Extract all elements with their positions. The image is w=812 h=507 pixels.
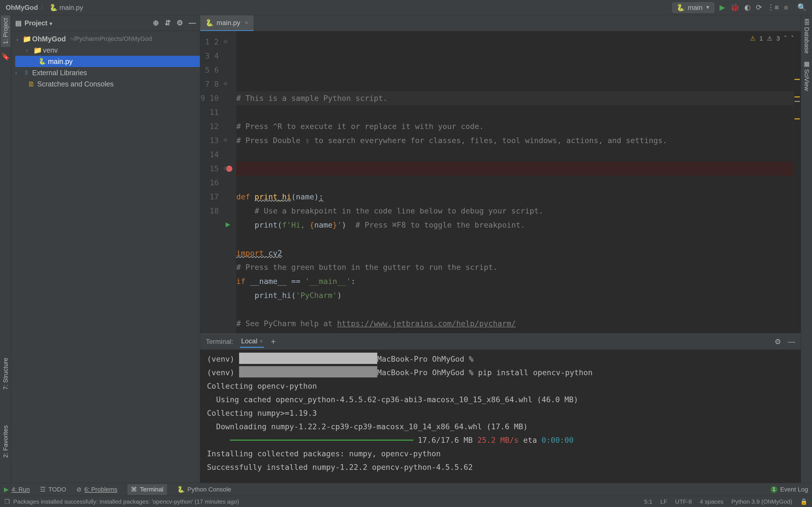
stop-button[interactable]: ■ xyxy=(784,3,788,12)
breadcrumb-file[interactable]: 🐍 main.py xyxy=(49,4,83,11)
right-tool-strip: 🗄Database ▦SciView xyxy=(801,15,812,483)
run-icon: ▶ xyxy=(4,486,9,493)
fold-icon[interactable]: ⊖ xyxy=(223,137,227,143)
fold-icon[interactable]: ⊖ xyxy=(223,165,227,171)
todo-tool-tab[interactable]: ☲TODO xyxy=(40,486,66,493)
weak-warning-count: 3 xyxy=(776,35,780,42)
python-icon: 🐍 xyxy=(177,486,185,493)
terminal-tab-label: Local xyxy=(241,337,257,345)
interpreter[interactable]: Python 3.9 (OhMyGod) xyxy=(731,498,792,505)
database-icon: 🗄 xyxy=(803,19,810,25)
run-button[interactable]: ▶ xyxy=(719,3,725,12)
breadcrumb-sep-icon: 〉 xyxy=(40,3,47,12)
indent-info[interactable]: 4 spaces xyxy=(700,498,723,505)
python-file-icon: 🐍 xyxy=(205,19,214,27)
tab-label: TODO xyxy=(49,486,66,493)
tree-scratches[interactable]: 🗎 Scratches and Consoles xyxy=(15,78,200,90)
python-file-icon: 🐍 xyxy=(38,58,46,65)
weak-warning-icon: ⚠ xyxy=(767,35,772,42)
close-icon[interactable]: × xyxy=(260,338,263,344)
tree-item-label: Scratches and Consoles xyxy=(37,80,114,88)
close-tab-icon[interactable]: × xyxy=(245,19,248,26)
tab-label: Terminal xyxy=(140,486,163,493)
tree-item-label: External Libraries xyxy=(32,69,87,77)
sciview-label: SciView xyxy=(803,69,810,91)
project-tool-window: ▤ Project ⊕ ⇵ ⚙ — ⌄ 📁 OhMyGod ~/PycharmP… xyxy=(11,15,200,483)
breadcrumb-project[interactable]: OhMyGod xyxy=(6,4,38,11)
hide-button[interactable]: — xyxy=(788,337,795,346)
favorites-tool-tab[interactable]: 2: Favorites xyxy=(1,422,10,460)
database-tool-tab[interactable]: 🗄Database xyxy=(802,16,811,56)
coverage-button[interactable]: ◐ xyxy=(744,3,751,12)
left-tool-strip: 1: Project 🔖 xyxy=(0,15,11,483)
debug-button[interactable]: 🐞 xyxy=(730,3,739,12)
breadcrumb[interactable]: OhMyGod 〉 🐍 main.py xyxy=(6,3,83,12)
sciview-icon: ▦ xyxy=(803,60,810,67)
terminal-tool-tab[interactable]: ⌘Terminal xyxy=(128,484,167,495)
more-run-button[interactable]: ⋮≡ xyxy=(767,3,779,12)
encoding[interactable]: UTF-8 xyxy=(675,498,692,505)
bottom-tool-tabs: ▶4: Run ☲TODO ⊘6: Problems ⌘Terminal 🐍Py… xyxy=(0,483,812,496)
library-icon: ⫴ xyxy=(22,68,30,77)
fold-icon[interactable]: ⊖ xyxy=(223,38,227,45)
chevron-right-icon: › xyxy=(26,47,31,53)
problems-icon: ⊘ xyxy=(77,486,82,493)
hide-button[interactable]: — xyxy=(189,18,196,27)
tree-venv[interactable]: › 📁 venv xyxy=(15,45,200,56)
structure-tool-tab[interactable]: 7: Structure xyxy=(1,355,10,393)
project-view-selector[interactable]: Project xyxy=(24,19,52,27)
line-ending[interactable]: LF xyxy=(660,498,667,505)
breakpoint-gutter[interactable]: ▶⊖⊖⊖⊖ xyxy=(223,31,236,334)
fold-icon[interactable]: ⊖ xyxy=(223,80,227,87)
run-config-selector[interactable]: 🐍 main ▼ xyxy=(672,2,714,13)
editor-area: 🐍 main.py × 1 2 3 4 5 6 7 8 9 10 11 12 1… xyxy=(200,15,801,483)
terminal-tool-window: Terminal: Local × + ⚙ — (venv) MacBook-P… xyxy=(200,334,801,483)
status-window-icon[interactable]: ❐ xyxy=(4,498,10,505)
breadcrumb-file-label: main.py xyxy=(59,4,83,11)
editor-tab-label: main.py xyxy=(216,19,240,27)
status-message[interactable]: Packages installed successfully: Install… xyxy=(13,498,239,505)
expand-all-button[interactable]: ⇵ xyxy=(165,18,171,27)
run-tool-tab[interactable]: ▶4: Run xyxy=(4,486,30,493)
editor-tab-main[interactable]: 🐍 main.py × xyxy=(200,15,253,31)
scratches-icon: 🗎 xyxy=(28,80,35,88)
python-console-tool-tab[interactable]: 🐍Python Console xyxy=(177,486,231,493)
error-stripe[interactable] xyxy=(794,31,801,334)
line-number-gutter[interactable]: 1 2 3 4 5 6 7 8 9 10 11 12 13 14 15 16 1… xyxy=(200,31,223,334)
folder-icon: 📁 xyxy=(33,46,41,54)
terminal-title: Terminal: xyxy=(206,338,233,346)
bookmarks-icon[interactable]: 🔖 xyxy=(1,53,10,61)
search-everywhere-button[interactable]: 🔍 xyxy=(797,3,806,12)
terminal-output[interactable]: (venv) MacBook-Pro OhMyGod % (venv) MacB… xyxy=(200,349,801,483)
new-terminal-button[interactable]: + xyxy=(271,337,276,346)
code-editor[interactable]: 1 2 3 4 5 6 7 8 9 10 11 12 13 14 15 16 1… xyxy=(200,31,801,334)
python-file-icon: 🐍 xyxy=(676,4,685,11)
tab-label: Event Log xyxy=(780,486,808,493)
locate-file-button[interactable]: ⊕ xyxy=(153,18,159,27)
inspection-widget[interactable]: ⚠1 ⚠3 ˄ ˅ xyxy=(750,35,794,42)
profile-button[interactable]: ⟳ xyxy=(756,3,762,12)
tab-label: 6: Problems xyxy=(84,486,117,493)
run-gutter-icon[interactable]: ▶ xyxy=(225,221,231,228)
tree-external-libs[interactable]: › ⫴ External Libraries xyxy=(15,67,200,78)
project-tree[interactable]: ⌄ 📁 OhMyGod ~/PycharmProjects/OhMyGod › … xyxy=(11,31,200,92)
chevron-right-icon: › xyxy=(15,70,20,76)
event-log-tab[interactable]: 1 Event Log xyxy=(770,486,808,493)
problems-tool-tab[interactable]: ⊘6: Problems xyxy=(77,486,117,493)
lock-icon[interactable]: 🔒 xyxy=(800,498,808,505)
todo-icon: ☲ xyxy=(40,486,46,493)
chevron-up-icon[interactable]: ˄ xyxy=(784,35,787,42)
settings-icon[interactable]: ⚙ xyxy=(176,18,183,27)
settings-icon[interactable]: ⚙ xyxy=(774,337,781,346)
tree-item-label: venv xyxy=(43,46,58,54)
terminal-tab-local[interactable]: Local × xyxy=(240,335,264,348)
caret-position[interactable]: 5:1 xyxy=(644,498,652,505)
project-tool-tab[interactable]: 1: Project xyxy=(1,15,10,47)
tree-main-py[interactable]: 🐍 main.py xyxy=(15,56,200,67)
code-content[interactable]: # This is a sample Python script. # Pres… xyxy=(236,31,794,334)
tree-root[interactable]: ⌄ 📁 OhMyGod ~/PycharmProjects/OhMyGod xyxy=(15,33,200,45)
tree-root-path: ~/PycharmProjects/OhMyGod xyxy=(70,35,152,43)
tree-item-label: main.py xyxy=(48,57,73,66)
folder-icon: 📁 xyxy=(22,35,30,43)
sciview-tool-tab[interactable]: ▦SciView xyxy=(802,57,811,94)
